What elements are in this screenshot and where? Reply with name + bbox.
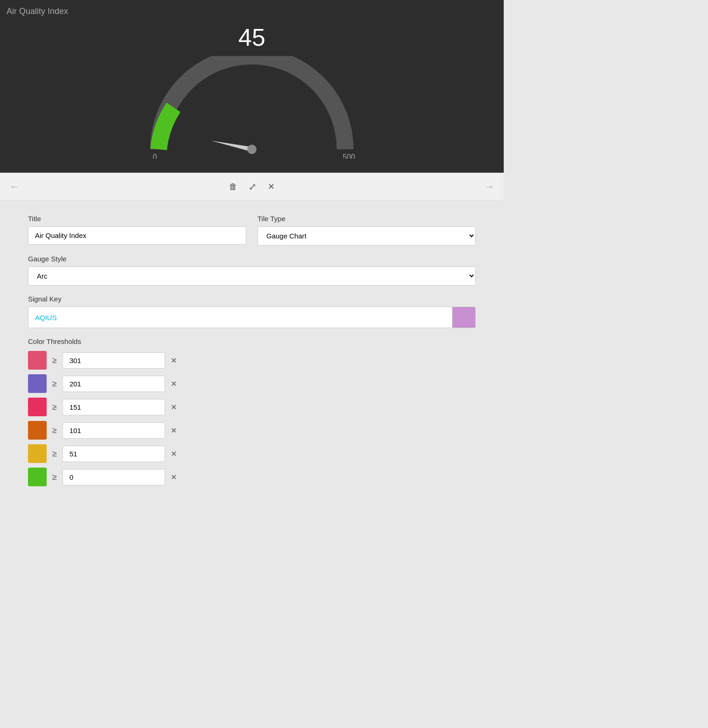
threshold-row-1: ≥ ✕ xyxy=(28,374,476,393)
title-tiletype-row: Title Tile Type Gauge Chart Line Chart B… xyxy=(28,215,476,245)
tile-type-label: Tile Type xyxy=(257,215,476,223)
toolbar-center: 🗑 ⤢ ✕ xyxy=(229,181,275,192)
gte-icon-4: ≥ xyxy=(52,449,57,459)
threshold-input-0[interactable] xyxy=(62,352,165,369)
gauge-style-select[interactable]: Arc Needle Donut xyxy=(28,266,476,286)
threshold-row-4: ≥ ✕ xyxy=(28,444,476,463)
color-thresholds-section: Color Thresholds ≥ ✕ ≥ ✕ ≥ ✕ ≥ ✕ xyxy=(28,337,476,486)
threshold-color-1[interactable] xyxy=(28,374,47,393)
threshold-delete-3[interactable]: ✕ xyxy=(171,426,177,435)
threshold-color-5[interactable] xyxy=(28,468,47,486)
threshold-row-5: ≥ ✕ xyxy=(28,468,476,486)
threshold-color-0[interactable] xyxy=(28,351,47,370)
gauge-style-group: Gauge Style Arc Needle Donut xyxy=(28,255,476,286)
threshold-delete-1[interactable]: ✕ xyxy=(171,379,177,388)
gte-icon-2: ≥ xyxy=(52,402,57,412)
forward-button[interactable]: → xyxy=(484,181,494,193)
threshold-input-5[interactable] xyxy=(62,469,165,485)
signal-key-color-button[interactable] xyxy=(452,307,475,328)
gauge-panel: Air Quality Index 45 0 500 xyxy=(0,0,504,173)
threshold-input-3[interactable] xyxy=(62,422,165,439)
tile-type-select[interactable]: Gauge Chart Line Chart Bar Chart Pie Cha… xyxy=(257,226,476,245)
svg-text:0: 0 xyxy=(153,153,157,159)
form-panel: Title Tile Type Gauge Chart Line Chart B… xyxy=(0,201,504,510)
signal-key-input[interactable] xyxy=(28,309,452,326)
signal-key-row xyxy=(28,307,476,328)
gauge-style-label: Gauge Style xyxy=(28,255,476,263)
threshold-input-1[interactable] xyxy=(62,376,165,392)
gte-icon-3: ≥ xyxy=(52,426,57,435)
threshold-delete-0[interactable]: ✕ xyxy=(171,356,177,365)
threshold-row-3: ≥ ✕ xyxy=(28,421,476,440)
title-input[interactable] xyxy=(28,226,246,245)
signal-key-group: Signal Key xyxy=(28,295,476,328)
gauge-value: 45 xyxy=(0,9,504,51)
threshold-input-2[interactable] xyxy=(62,399,165,415)
threshold-color-2[interactable] xyxy=(28,398,47,416)
threshold-delete-4[interactable]: ✕ xyxy=(171,449,177,458)
threshold-input-4[interactable] xyxy=(62,446,165,462)
panel-title: Air Quality Index xyxy=(7,7,68,16)
threshold-color-4[interactable] xyxy=(28,444,47,463)
gauge-svg: 0 500 xyxy=(131,56,373,159)
back-button[interactable]: ← xyxy=(9,181,20,193)
threshold-delete-5[interactable]: ✕ xyxy=(171,473,177,482)
threshold-color-3[interactable] xyxy=(28,421,47,440)
threshold-row-0: ≥ ✕ xyxy=(28,351,476,370)
gte-icon-5: ≥ xyxy=(52,472,57,482)
color-thresholds-label: Color Thresholds xyxy=(28,337,476,345)
title-label: Title xyxy=(28,215,246,223)
delete-button[interactable]: 🗑 xyxy=(229,182,237,192)
signal-key-label: Signal Key xyxy=(28,295,476,303)
gte-icon-1: ≥ xyxy=(52,379,57,389)
toolbar: ← 🗑 ⤢ ✕ → xyxy=(0,173,504,201)
svg-text:500: 500 xyxy=(343,153,355,159)
close-button[interactable]: ✕ xyxy=(268,182,275,192)
svg-point-1 xyxy=(246,144,257,155)
threshold-row-2: ≥ ✕ xyxy=(28,398,476,416)
svg-marker-0 xyxy=(210,138,252,151)
threshold-delete-2[interactable]: ✕ xyxy=(171,403,177,412)
tile-type-group: Tile Type Gauge Chart Line Chart Bar Cha… xyxy=(257,215,476,245)
gte-icon-0: ≥ xyxy=(52,356,57,365)
title-group: Title xyxy=(28,215,246,245)
gauge-container: 0 500 xyxy=(0,56,504,159)
expand-button[interactable]: ⤢ xyxy=(249,181,257,192)
